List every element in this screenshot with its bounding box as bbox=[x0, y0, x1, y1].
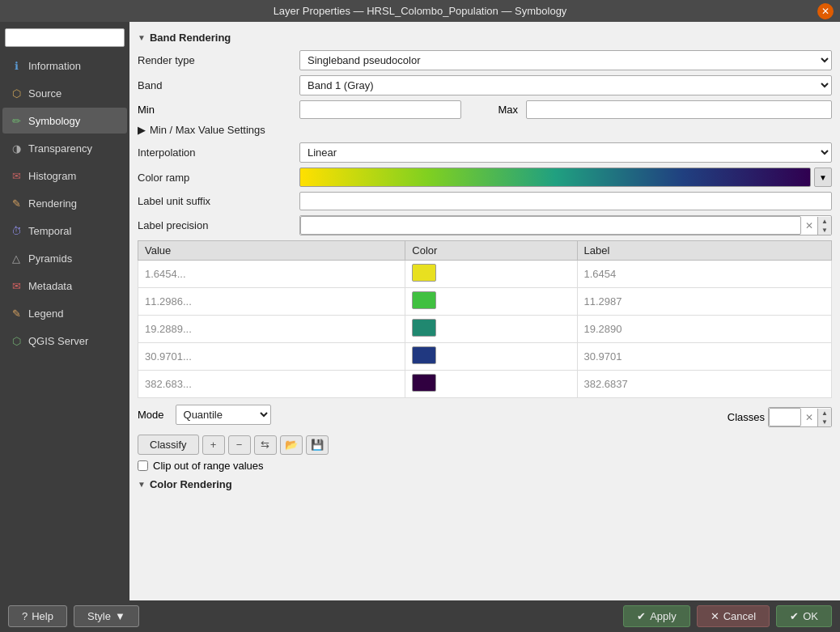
table-row[interactable]: 382.683... 382.6837 bbox=[138, 371, 832, 398]
label-precision-input[interactable]: 4 bbox=[300, 216, 801, 235]
sidebar: ℹ Information ⬡ Source ✏ Symbology ◑ Tra… bbox=[0, 22, 129, 600]
mode-select[interactable]: Quantile Equal Interval Natural Breaks bbox=[176, 405, 271, 425]
label-unit-suffix-row: Label unit suffix bbox=[138, 192, 832, 210]
table-cell-value: 11.2986... bbox=[138, 288, 405, 316]
sidebar-search-input[interactable] bbox=[5, 28, 125, 47]
col-header-value: Value bbox=[138, 241, 405, 261]
classes-clear-btn[interactable]: ✕ bbox=[801, 409, 817, 426]
color-rendering-header: ▼ Color Rendering bbox=[138, 478, 832, 490]
max-input[interactable]: 382.6840295100024605 bbox=[526, 100, 832, 119]
interpolation-row: Interpolation Linear Discrete Exact bbox=[138, 142, 832, 163]
info-icon: ℹ bbox=[9, 58, 23, 73]
col-header-label: Label bbox=[577, 241, 831, 261]
sidebar-item-information[interactable]: ℹ Information bbox=[2, 53, 127, 78]
table-row[interactable]: 19.2889... 19.2890 bbox=[138, 316, 832, 343]
min-input[interactable]: 1.6454193562378547 bbox=[299, 100, 461, 119]
table-cell-label: 11.2987 bbox=[577, 288, 831, 316]
sidebar-item-source[interactable]: ⬡ Source bbox=[2, 80, 127, 106]
classes-spin-down[interactable]: ▼ bbox=[818, 418, 831, 426]
mode-row: Mode Quantile Equal Interval Natural Bre… bbox=[138, 405, 728, 425]
metadata-icon: ✉ bbox=[9, 278, 23, 293]
label-precision-control: 4 ✕ ▲ ▼ bbox=[299, 215, 832, 235]
cancel-button[interactable]: ✕ Cancel bbox=[697, 605, 770, 627]
ok-button[interactable]: ✔ OK bbox=[776, 605, 832, 627]
style-label: Style bbox=[87, 610, 111, 622]
classes-spin-up[interactable]: ▲ bbox=[818, 409, 831, 418]
render-type-row: Render type Singleband pseudocolor Singl… bbox=[138, 50, 832, 70]
classes-spinbox: ▲ ▼ bbox=[817, 409, 831, 426]
table-cell-color[interactable] bbox=[405, 371, 577, 398]
sidebar-item-transparency[interactable]: ◑ Transparency bbox=[2, 135, 127, 161]
sidebar-item-rendering[interactable]: ✎ Rendering bbox=[2, 190, 127, 216]
band-row: Band Band 1 (Gray) bbox=[138, 75, 832, 95]
sidebar-item-label: Legend bbox=[28, 308, 63, 320]
precision-clear-button[interactable]: ✕ bbox=[801, 217, 817, 235]
load-classes-button[interactable]: 📂 bbox=[280, 435, 303, 455]
minmax-triangle: ▶ bbox=[138, 124, 146, 136]
content-scroll[interactable]: ▼ Band Rendering Render type Singleband … bbox=[129, 22, 840, 600]
label-unit-suffix-input[interactable] bbox=[299, 192, 832, 210]
clip-checkbox[interactable] bbox=[138, 460, 148, 471]
help-icon: ? bbox=[22, 610, 28, 622]
table-cell-label: 1.6454 bbox=[577, 261, 831, 288]
classify-button[interactable]: Classify bbox=[138, 435, 199, 455]
table-cell-value: 1.6454... bbox=[138, 261, 405, 288]
sidebar-item-qgis-server[interactable]: ⬡ QGIS Server bbox=[2, 328, 127, 354]
sidebar-item-label: QGIS Server bbox=[28, 335, 88, 347]
sidebar-item-legend[interactable]: ✎ Legend bbox=[2, 300, 127, 326]
close-button[interactable]: ✕ bbox=[817, 3, 834, 19]
color-rendering-triangle[interactable]: ▼ bbox=[138, 480, 146, 489]
classes-input[interactable]: 5 bbox=[769, 408, 801, 426]
color-table: Value Color Label 1.6454... 1.6454 11.29… bbox=[138, 240, 832, 398]
precision-spin-down[interactable]: ▼ bbox=[818, 226, 831, 235]
label-unit-suffix-label: Label unit suffix bbox=[138, 195, 299, 207]
mode-label: Mode bbox=[138, 409, 164, 421]
sidebar-item-pyramids[interactable]: △ Pyramids bbox=[2, 245, 127, 271]
table-row[interactable]: 30.9701... 30.9701 bbox=[138, 343, 832, 371]
style-button[interactable]: Style ▼ bbox=[74, 605, 139, 627]
band-control: Band 1 (Gray) bbox=[299, 75, 832, 95]
rendering-icon: ✎ bbox=[9, 196, 23, 210]
legend-icon: ✎ bbox=[9, 306, 23, 320]
color-ramp-dropdown-btn[interactable]: ▼ bbox=[814, 168, 832, 187]
min-label: Min bbox=[138, 104, 299, 116]
table-cell-value: 382.683... bbox=[138, 371, 405, 398]
interpolation-select[interactable]: Linear Discrete Exact bbox=[299, 142, 832, 163]
cancel-label: Cancel bbox=[723, 610, 756, 622]
table-cell-label: 30.9701 bbox=[577, 343, 831, 371]
label-precision-label: Label precision bbox=[138, 219, 299, 231]
sidebar-item-histogram[interactable]: ✉ Histogram bbox=[2, 163, 127, 189]
render-type-control: Singleband pseudocolor Singleband gray M… bbox=[299, 50, 832, 70]
band-label: Band bbox=[138, 79, 299, 91]
render-type-select[interactable]: Singleband pseudocolor Singleband gray M… bbox=[299, 50, 832, 70]
sidebar-item-label: Metadata bbox=[28, 280, 72, 292]
content-area: ▼ Band Rendering Render type Singleband … bbox=[129, 22, 840, 600]
max-label: Max bbox=[461, 104, 526, 116]
table-row[interactable]: 1.6454... 1.6454 bbox=[138, 261, 832, 288]
apply-button[interactable]: ✔ Apply bbox=[623, 605, 690, 627]
flip-classes-button[interactable]: ⇆ bbox=[254, 435, 277, 455]
precision-spin-up[interactable]: ▲ bbox=[818, 217, 831, 226]
cancel-icon: ✕ bbox=[711, 610, 719, 622]
color-ramp-bar[interactable] bbox=[299, 168, 811, 187]
sidebar-item-metadata[interactable]: ✉ Metadata bbox=[2, 273, 127, 299]
add-class-button[interactable]: + bbox=[202, 435, 225, 455]
ok-icon: ✔ bbox=[790, 610, 799, 622]
sidebar-item-label: Transparency bbox=[28, 142, 92, 155]
band-select[interactable]: Band 1 (Gray) bbox=[299, 75, 832, 95]
classify-row: Classify + − ⇆ 📂 💾 bbox=[138, 435, 832, 455]
minmax-settings-row[interactable]: ▶ Min / Max Value Settings bbox=[138, 124, 832, 136]
table-cell-color[interactable] bbox=[405, 261, 577, 288]
band-rendering-triangle[interactable]: ▼ bbox=[138, 33, 146, 42]
precision-spinbox: ▲ ▼ bbox=[817, 217, 831, 235]
table-cell-color[interactable] bbox=[405, 288, 577, 316]
sidebar-item-symbology[interactable]: ✏ Symbology bbox=[2, 108, 127, 134]
save-classes-button[interactable]: 💾 bbox=[306, 435, 329, 455]
help-button[interactable]: ? Help bbox=[8, 605, 67, 627]
table-cell-color[interactable] bbox=[405, 343, 577, 371]
table-cell-color[interactable] bbox=[405, 316, 577, 343]
remove-class-button[interactable]: − bbox=[228, 435, 251, 455]
table-cell-value: 30.9701... bbox=[138, 343, 405, 371]
sidebar-item-temporal[interactable]: ⏱ Temporal bbox=[2, 218, 127, 244]
table-row[interactable]: 11.2986... 11.2987 bbox=[138, 288, 832, 316]
